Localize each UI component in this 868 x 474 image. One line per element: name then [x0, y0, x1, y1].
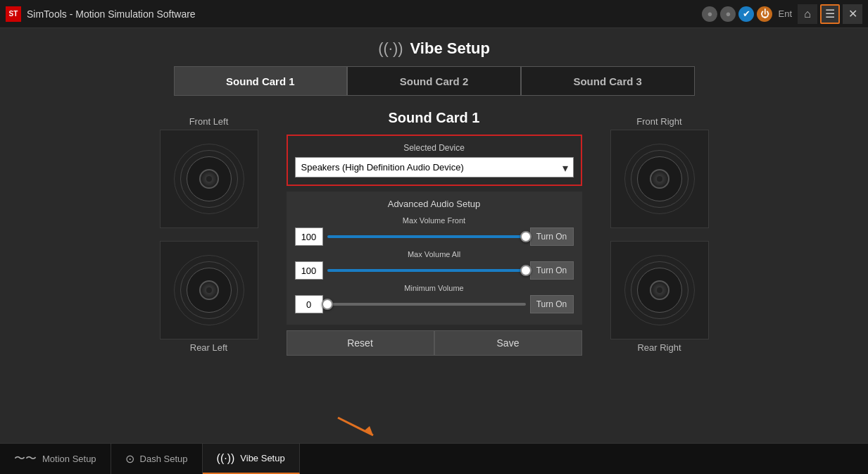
nav-motion-setup[interactable]: 〜〜 Motion Setup: [0, 444, 111, 474]
min-volume-controls: 0 Turn On: [295, 295, 574, 313]
ring-center: [199, 169, 219, 189]
main-content: ((·)) Vibe Setup Sound Card 1 Sound Card…: [0, 28, 868, 446]
rear-right-graphic: [624, 255, 695, 325]
max-volume-all-value: 100: [295, 261, 323, 280]
nav-vibe-setup-label: Vibe Setup: [240, 453, 284, 463]
front-right-graphic: [624, 144, 695, 214]
ring-center-c: [650, 169, 669, 189]
tab-sound-card-2[interactable]: Sound Card 2: [347, 66, 521, 96]
front-right-speaker: [610, 130, 709, 228]
action-buttons: Reset Save: [287, 330, 582, 356]
page-title: Vibe Setup: [410, 39, 490, 58]
front-left-graphic: [174, 144, 244, 214]
icon-check[interactable]: ✔: [738, 6, 754, 22]
nav-vibe-setup[interactable]: ((·)) Vibe Setup: [203, 444, 300, 474]
ent-label: Ent: [778, 8, 792, 19]
vibe-icon: ((·)): [378, 39, 403, 58]
rear-left-area: Rear Left: [160, 241, 258, 353]
dash-setup-icon: ⊙: [125, 452, 134, 466]
max-volume-front-slider[interactable]: [327, 235, 526, 238]
max-volume-all-controls: 100 Turn On: [295, 261, 574, 280]
titlebar: ST SimTools - Motion Simulation Software…: [0, 0, 868, 28]
max-volume-front-controls: 100 Turn On: [295, 227, 574, 246]
min-volume-toggle[interactable]: Turn On: [530, 295, 574, 313]
center-panel: Sound Card 1 Selected Device Speakers (H…: [287, 110, 582, 356]
rear-right-label: Rear Right: [637, 342, 681, 353]
ring-dot-b: [206, 287, 212, 293]
advanced-section: Advanced Audio Setup Max Volume Front 10…: [287, 192, 582, 325]
icon-circle-1[interactable]: ●: [702, 6, 717, 22]
device-select[interactable]: Speakers (High Definition Audio Device): [295, 157, 574, 177]
ring-dot-c: [657, 176, 662, 182]
motion-setup-icon: 〜〜: [14, 451, 37, 466]
tab-sound-card-1[interactable]: Sound Card 1: [174, 66, 348, 96]
tabs-container: Sound Card 1 Sound Card 2 Sound Card 3: [174, 66, 695, 96]
vibe-setup-icon: ((·)): [217, 452, 235, 465]
home-button[interactable]: ⌂: [798, 4, 817, 24]
front-left-label: Front Left: [189, 116, 229, 127]
min-volume-value: 0: [295, 295, 323, 313]
min-volume-thumb[interactable]: [322, 299, 333, 310]
close-button[interactable]: ✕: [843, 4, 862, 24]
app-logo: ST: [6, 6, 21, 22]
ring-dot: [206, 176, 212, 182]
sound-card-title: Sound Card 1: [388, 110, 479, 126]
max-volume-all-label: Max Volume All: [295, 250, 574, 258]
max-volume-all-slider[interactable]: [327, 269, 526, 272]
ring-dot-d: [657, 287, 662, 293]
rear-left-label: Rear Left: [190, 342, 227, 353]
titlebar-right: ● ● ✔ ⏻ Ent ⌂ ☰ ✕: [702, 4, 862, 24]
rear-left-speaker: [160, 241, 258, 339]
bottom-nav: 〜〜 Motion Setup ⊙ Dash Setup ((·)) Vibe …: [0, 443, 868, 474]
front-right-area: Front Right: [610, 113, 709, 228]
min-volume-slider[interactable]: [327, 303, 526, 306]
rear-right-area: Rear Right: [610, 241, 709, 353]
max-volume-front-row: Max Volume Front 100 Turn On: [295, 216, 574, 246]
titlebar-left: ST SimTools - Motion Simulation Software: [6, 6, 196, 22]
max-volume-all-row: Max Volume All 100 Turn On: [295, 250, 574, 280]
min-volume-label: Minimum Volume: [295, 284, 574, 292]
device-select-wrapper: Selected Device Speakers (High Definitio…: [287, 135, 582, 186]
max-volume-front-label: Max Volume Front: [295, 216, 574, 225]
max-volume-all-thumb[interactable]: [520, 265, 532, 276]
left-speakers: Front Left: [160, 113, 258, 353]
advanced-title: Advanced Audio Setup: [295, 199, 574, 209]
max-volume-front-thumb[interactable]: [520, 231, 532, 242]
max-volume-all-toggle[interactable]: Turn On: [530, 261, 574, 280]
max-volume-front-toggle[interactable]: Turn On: [530, 227, 574, 246]
min-volume-row: Minimum Volume 0 Turn On: [295, 284, 574, 313]
select-wrapper: Speakers (High Definition Audio Device): [295, 157, 574, 177]
ring-center-d: [650, 280, 669, 300]
app-title: SimTools - Motion Simulation Software: [27, 8, 196, 20]
front-right-label: Front Right: [636, 116, 681, 127]
max-volume-front-value: 100: [295, 227, 323, 246]
reset-button[interactable]: Reset: [287, 330, 434, 356]
nav-dash-setup[interactable]: ⊙ Dash Setup: [111, 444, 203, 474]
tab-sound-card-3[interactable]: Sound Card 3: [521, 66, 695, 96]
page-header: ((·)) Vibe Setup: [378, 28, 490, 66]
nav-dash-setup-label: Dash Setup: [140, 454, 188, 464]
nav-motion-setup-label: Motion Setup: [42, 454, 96, 464]
speakers-section: Front Left: [0, 110, 868, 356]
rear-left-graphic: [174, 255, 244, 325]
save-button[interactable]: Save: [434, 330, 582, 356]
right-speakers: Front Right: [610, 113, 709, 353]
device-select-label: Selected Device: [295, 143, 574, 153]
front-left-speaker: [160, 130, 258, 228]
rear-right-speaker: [610, 241, 709, 339]
icon-power[interactable]: ⏻: [757, 6, 772, 22]
front-left-area: Front Left: [160, 113, 258, 228]
icon-circle-2[interactable]: ●: [720, 6, 736, 22]
menu-button[interactable]: ☰: [820, 4, 840, 24]
ring-center-b: [199, 280, 219, 300]
